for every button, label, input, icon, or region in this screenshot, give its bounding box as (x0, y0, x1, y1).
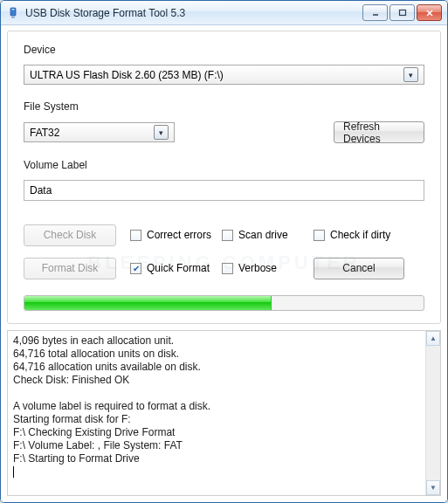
refresh-devices-button[interactable]: Refresh Devices (334, 121, 424, 143)
volume-label-label: Volume Label (24, 159, 424, 171)
quick-format-checkbox[interactable]: Quick Format (130, 262, 222, 274)
verbose-checkbox[interactable]: Verbose (222, 262, 314, 274)
filesystem-select[interactable]: FAT32 ▾ (24, 122, 175, 142)
correct-errors-checkbox[interactable]: Correct errors (130, 229, 222, 241)
svg-rect-1 (11, 16, 15, 18)
format-disk-button: Format Disk (24, 258, 116, 279)
log-line: 64,716 allocation units available on dis… (13, 361, 435, 374)
window-title: USB Disk Storage Format Tool 5.3 (25, 7, 362, 19)
progress-fill (24, 296, 272, 310)
check-if-dirty-checkbox[interactable]: Check if dirty (314, 229, 390, 241)
main-panel: Device ULTRA US Flash Disk 2.60 (253 MB)… (7, 31, 441, 324)
log-scrollbar[interactable]: ▲ ▼ (425, 331, 440, 495)
log-line: 4,096 bytes in each allocation unit. (13, 334, 435, 348)
log-line: A volume label is required to format a d… (13, 400, 435, 413)
device-label: Device (24, 44, 424, 56)
scroll-track[interactable] (426, 346, 440, 480)
app-icon (6, 6, 20, 20)
check-disk-button: Check Disk (24, 224, 116, 246)
log-line: F:\ Checking Existing Drive Format (13, 426, 435, 439)
filesystem-value: FAT32 (30, 127, 59, 139)
titlebar[interactable]: USB Disk Storage Format Tool 5.3 (1, 1, 447, 25)
log-output[interactable]: 4,096 bytes in each allocation unit. 64,… (7, 330, 441, 496)
cancel-button[interactable]: Cancel (314, 258, 404, 279)
dropdown-arrow-icon: ▾ (154, 125, 169, 140)
dropdown-arrow-icon: ▾ (403, 67, 418, 82)
log-line: F:\ Volume Label: , File System: FAT (13, 439, 435, 452)
svg-rect-4 (399, 10, 405, 15)
log-line: F:\ Starting to Format Drive (13, 452, 435, 465)
volume-label-input[interactable]: Data (24, 180, 424, 201)
window-controls (362, 4, 442, 21)
device-select[interactable]: ULTRA US Flash Disk 2.60 (253 MB) (F:\) … (24, 65, 424, 85)
checkbox-icon (222, 263, 233, 274)
checkbox-checked-icon (130, 263, 141, 274)
svg-rect-2 (12, 9, 15, 10)
checkbox-icon (130, 230, 141, 241)
device-value: ULTRA US Flash Disk 2.60 (253 MB) (F:\) (30, 69, 224, 81)
scan-drive-checkbox[interactable]: Scan drive (222, 229, 314, 241)
volume-label-value: Data (30, 184, 52, 196)
log-caret (13, 465, 435, 479)
close-button[interactable] (417, 4, 442, 21)
app-window: USB Disk Storage Format Tool 5.3 Device … (0, 0, 448, 503)
log-line (13, 387, 435, 400)
progress-bar (24, 295, 424, 311)
log-line: 64,716 total allocation units on disk. (13, 348, 435, 361)
maximize-button[interactable] (389, 4, 415, 21)
window-body: Device ULTRA US Flash Disk 2.60 (253 MB)… (1, 25, 447, 502)
log-line: Starting format disk for F: (13, 413, 435, 426)
scroll-down-icon[interactable]: ▼ (426, 480, 440, 495)
log-line: Check Disk: Finished OK (13, 374, 435, 387)
scroll-up-icon[interactable]: ▲ (426, 331, 440, 346)
minimize-button[interactable] (362, 4, 388, 21)
checkbox-icon (314, 230, 325, 241)
filesystem-label: File System (24, 100, 424, 113)
checkbox-icon (222, 230, 233, 241)
